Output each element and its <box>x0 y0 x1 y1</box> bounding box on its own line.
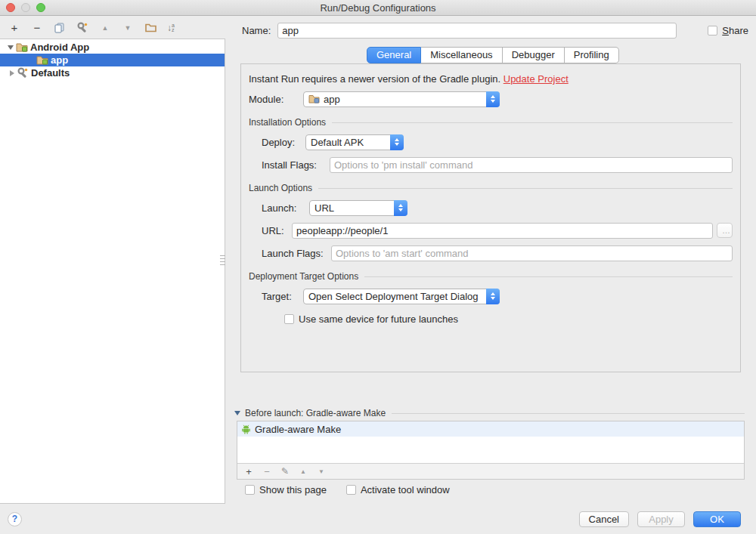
dialog-buttons: Cancel Apply OK <box>579 511 741 527</box>
zoom-window-button[interactable] <box>36 3 45 12</box>
use-same-device-checkbox[interactable] <box>284 314 294 324</box>
configurations-tree: Android App app Defaults <box>0 39 225 504</box>
target-select[interactable]: Open Select Deployment Target Dialog <box>303 289 500 304</box>
android-robot-icon <box>241 424 251 434</box>
before-launch-toolbar: + − ✎ ▲ ▼ <box>237 463 744 479</box>
general-tab-panel: Instant Run requires a newer version of … <box>240 63 741 372</box>
before-launch-item-label: Gradle-aware Make <box>255 424 341 435</box>
activate-tool-window-checkbox[interactable] <box>346 485 356 495</box>
launch-options-section: Launch Options <box>241 183 740 193</box>
tab-miscellaneous[interactable]: Miscellaneous <box>421 47 502 63</box>
update-project-link[interactable]: Update Project <box>503 73 569 85</box>
before-launch-list: Gradle-aware Make <box>237 421 744 463</box>
tree-item-app[interactable]: app <box>0 54 225 66</box>
apply-button[interactable]: Apply <box>637 511 685 527</box>
launch-value: URL <box>314 202 334 214</box>
panel-splitter-handle[interactable] <box>220 255 225 265</box>
cancel-button[interactable]: Cancel <box>579 511 629 527</box>
add-configuration-icon[interactable]: + <box>8 22 20 34</box>
tab-general[interactable]: General <box>367 47 421 63</box>
deploy-select[interactable]: Default APK <box>305 134 404 150</box>
minimize-window-button[interactable] <box>21 3 30 12</box>
tree-item-label: Defaults <box>31 67 70 79</box>
close-window-button[interactable] <box>6 3 15 12</box>
target-label: Target: <box>262 291 303 302</box>
window-title: Run/Debug Configurations <box>0 0 756 16</box>
defaults-wrench-icon <box>17 67 29 79</box>
module-select[interactable]: app <box>303 91 500 107</box>
app-module-folder-icon <box>36 55 48 65</box>
launch-flags-label: Launch Flags: <box>262 248 331 259</box>
configurations-toolbar: + − ▲ ▼ ↓ az <box>0 17 225 39</box>
deploy-value: Default APK <box>311 137 364 148</box>
remove-configuration-icon[interactable]: − <box>31 22 43 34</box>
android-app-folder-icon <box>16 42 28 52</box>
instant-run-warning: Instant Run requires a newer version of … <box>249 73 740 85</box>
deploy-label: Deploy: <box>262 137 305 148</box>
ok-button[interactable]: OK <box>693 511 741 527</box>
create-folder-icon[interactable] <box>144 22 156 34</box>
move-task-down-icon[interactable]: ▼ <box>317 468 326 475</box>
show-this-page-label: Show this page <box>259 484 327 495</box>
tree-item-android-app[interactable]: Android App <box>0 41 225 54</box>
add-task-icon[interactable]: + <box>244 466 253 477</box>
expand-collapse-icon[interactable] <box>5 45 16 50</box>
help-button[interactable]: ? <box>8 512 22 526</box>
url-input[interactable] <box>292 223 713 239</box>
tab-debugger[interactable]: Debugger <box>503 47 565 63</box>
activate-tool-window-label: Activate tool window <box>361 484 450 495</box>
deployment-target-options-section: Deployment Target Options <box>241 271 740 282</box>
tab-profiling[interactable]: Profiling <box>565 47 619 63</box>
move-down-icon[interactable]: ▼ <box>122 22 134 34</box>
name-row: Name: Share <box>242 22 748 39</box>
stepper-icon <box>390 134 404 150</box>
url-label: URL: <box>262 225 292 236</box>
tree-item-label: app <box>51 54 68 66</box>
tree-item-label: Android App <box>30 42 89 53</box>
move-task-up-icon[interactable]: ▲ <box>299 468 308 475</box>
footer-options: Show this page Activate tool window <box>245 484 450 495</box>
show-this-page-checkbox[interactable] <box>245 485 255 495</box>
launch-label: Launch: <box>262 202 309 214</box>
module-value: app <box>324 94 340 105</box>
stepper-icon <box>486 289 500 304</box>
browse-url-button[interactable]: … <box>717 223 733 238</box>
stepper-icon <box>486 91 500 107</box>
sort-configurations-icon[interactable]: ↓ az <box>167 23 175 33</box>
share-checkbox[interactable] <box>708 26 717 35</box>
settings-tabs: General Miscellaneous Debugger Profiling <box>367 47 619 63</box>
edit-task-icon[interactable]: ✎ <box>280 466 290 477</box>
title-bar: Run/Debug Configurations <box>0 0 756 16</box>
target-value: Open Select Deployment Target Dialog <box>308 291 479 302</box>
before-launch-item[interactable]: Gradle-aware Make <box>237 421 744 437</box>
stepper-icon <box>394 200 407 216</box>
collapse-section-icon[interactable] <box>234 411 240 415</box>
tree-item-defaults[interactable]: Defaults <box>0 66 225 79</box>
name-label: Name: <box>242 25 271 36</box>
window-controls <box>6 3 45 12</box>
move-up-icon[interactable]: ▲ <box>99 22 111 34</box>
expand-collapse-icon[interactable] <box>7 70 17 76</box>
share-label: Share <box>722 25 748 36</box>
install-flags-input[interactable] <box>330 157 733 173</box>
module-label: Module: <box>249 94 303 105</box>
launch-flags-input[interactable] <box>331 245 733 261</box>
installation-options-section: Installation Options <box>241 117 740 128</box>
install-flags-label: Install Flags: <box>262 159 330 171</box>
launch-select[interactable]: URL <box>309 200 407 216</box>
edit-defaults-icon[interactable] <box>76 22 88 34</box>
remove-task-icon[interactable]: − <box>262 466 271 477</box>
before-launch-box: Gradle-aware Make + − ✎ ▲ ▼ <box>237 421 745 480</box>
before-launch-title: Before launch: Gradle-aware Make <box>245 408 386 418</box>
before-launch-header: Before launch: Gradle-aware Make <box>234 408 745 418</box>
name-input[interactable] <box>277 23 677 39</box>
copy-configuration-icon[interactable] <box>54 22 66 34</box>
module-folder-icon <box>308 94 320 103</box>
use-same-device-label: Use same device for future launches <box>299 313 458 325</box>
